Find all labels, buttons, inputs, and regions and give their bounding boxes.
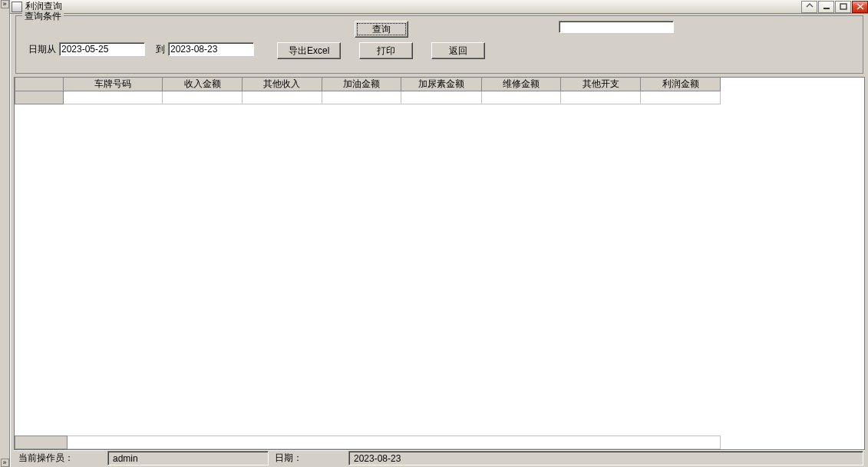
rail-expand-bottom[interactable]: »	[1, 459, 9, 467]
status-date-label: 日期：	[270, 451, 347, 465]
grid-container: 车牌号码 收入金额 其他收入 加油金额 加尿素金额 维修金额 其他开支 利润金额	[14, 77, 865, 450]
title-bar: 利润查询	[10, 0, 868, 14]
grid-table: 车牌号码 收入金额 其他收入 加油金额 加尿素金额 维修金额 其他开支 利润金额	[15, 78, 721, 104]
back-button[interactable]: 返回	[431, 42, 485, 59]
export-excel-button[interactable]: 导出Excel	[277, 42, 341, 59]
col-income[interactable]: 收入金额	[163, 78, 243, 91]
status-bar: 当前操作员： admin 日期： 2023-08-23	[14, 450, 865, 465]
query-groupbox: 查询条件 查询 导出Excel 打印 返回 日期从	[15, 15, 863, 74]
cell[interactable]	[561, 91, 641, 104]
footer-row-header	[15, 436, 68, 449]
grid-corner	[15, 78, 64, 91]
col-other-in[interactable]: 其他收入	[242, 78, 322, 91]
grid-header-row: 车牌号码 收入金额 其他收入 加油金额 加尿素金额 维修金额 其他开支 利润金额	[15, 78, 721, 91]
maximize-button[interactable]	[835, 1, 851, 13]
cell[interactable]	[322, 91, 401, 104]
minimize-button[interactable]	[818, 1, 834, 13]
status-operator-label: 当前操作员：	[14, 451, 106, 465]
row-header[interactable]	[15, 91, 64, 104]
svg-rect-0	[823, 8, 830, 9]
cell[interactable]	[481, 91, 561, 104]
col-fuel[interactable]: 加油金额	[322, 78, 401, 91]
print-button[interactable]: 打印	[359, 42, 413, 59]
close-button[interactable]	[852, 1, 868, 13]
col-urea[interactable]: 加尿素金额	[401, 78, 481, 91]
rail-expand-top[interactable]: »	[1, 0, 9, 8]
data-grid[interactable]: 车牌号码 收入金额 其他收入 加油金额 加尿素金额 维修金额 其他开支 利润金额	[14, 77, 865, 450]
table-row[interactable]	[15, 91, 721, 104]
main-pane: 利润查询 查询条件 查询	[10, 0, 868, 467]
cell[interactable]	[242, 91, 322, 104]
date-to-label: 到	[156, 43, 165, 56]
grid-body	[15, 91, 721, 104]
date-range-row: 日期从 到	[28, 42, 254, 56]
date-to-input[interactable]	[168, 42, 254, 56]
rail-label: 功能导航	[0, 452, 11, 455]
col-license[interactable]: 车牌号码	[64, 78, 163, 91]
status-date-value: 2023-08-23	[348, 451, 863, 465]
footer-blank	[67, 436, 720, 449]
date-from-input[interactable]	[59, 42, 145, 56]
grid-footer-row	[15, 436, 721, 449]
grid-header: 车牌号码 收入金额 其他收入 加油金额 加尿素金额 维修金额 其他开支 利润金额	[15, 78, 721, 91]
date-from-label: 日期从	[28, 43, 56, 56]
svg-rect-1	[840, 4, 847, 9]
cell[interactable]	[64, 91, 163, 104]
col-repair[interactable]: 维修金额	[481, 78, 561, 91]
restore-up-button[interactable]	[801, 1, 817, 13]
cell[interactable]	[401, 91, 481, 104]
app-root: » 功能导航 » 利润查询 查询条件	[0, 0, 868, 467]
query-button[interactable]: 查询	[355, 21, 408, 38]
cell[interactable]	[641, 91, 721, 104]
cell[interactable]	[163, 91, 243, 104]
status-operator-value: admin	[107, 451, 269, 465]
client-area: 查询条件 查询 导出Excel 打印 返回 日期从	[10, 14, 868, 467]
grid-footer	[15, 436, 864, 449]
col-other-out[interactable]: 其他开支	[561, 78, 641, 91]
window-icon	[12, 2, 22, 12]
side-rail: » 功能导航 »	[0, 0, 10, 467]
col-profit[interactable]: 利润金额	[641, 78, 721, 91]
